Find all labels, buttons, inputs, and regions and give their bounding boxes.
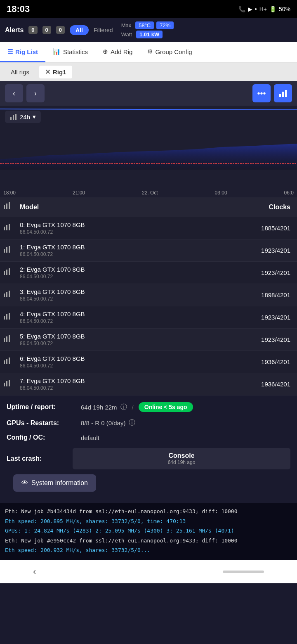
svg-rect-12 [6,225,7,230]
rig-list-icon: ☰ [7,48,13,55]
svg-rect-31 [9,358,10,364]
tab-group-config[interactable]: ⚙ Group Config [140,42,199,62]
status-bar: 18:03 📞 ▶ • H+ 🔋 50% [0,0,297,18]
gpu-model-0: 0: Evga GTX 1070 8GB 86.04.50.00.72 [20,221,200,235]
config-label: Config / OC: [7,434,81,441]
max-label: Max [121,22,132,28]
youtube-icon: ▶ [248,6,252,12]
chart-svg [0,106,297,172]
model-header: Model [20,204,200,211]
svg-rect-25 [9,313,10,320]
back-button[interactable]: ‹ [33,566,36,577]
svg-rect-14 [4,249,5,253]
table-row: 3: Evga GTX 1070 8GB 86.04.50.00.72 1898… [0,284,297,306]
system-info-button[interactable]: 👁 System information [13,474,96,492]
clocks-header: Clocks [200,204,294,211]
svg-rect-29 [4,360,5,364]
x-label-1: 21:00 [73,190,85,196]
svg-rect-28 [9,335,10,342]
all-filter-button[interactable]: All [70,25,89,35]
status-icons: 📞 ▶ • H+ 🔋 50% [238,6,290,12]
gpu-model-5: 5: Evga GTX 1070 8GB 86.04.50.00.72 [20,333,200,346]
log-line: Eth: New job #b434434d from ssl://eth-eu… [5,507,292,516]
alert-badge-1: 0 [28,26,37,34]
info-icon-restarts[interactable]: ⓘ [129,419,135,427]
statistics-label: Statistics [63,48,88,55]
alerts-label: Alerts [5,26,24,34]
gpu-model-6: 6: Evga GTX 1070 8GB 86.04.50.00.72 [20,355,200,369]
x-label-4: 06:0 [284,190,294,196]
tab-rig-list[interactable]: ☰ Rig List [0,42,45,62]
home-indicator [223,571,264,573]
svg-rect-16 [9,246,10,253]
gpu-chart-icon-4[interactable] [3,312,20,323]
filtered-button[interactable]: Filtered [94,27,113,33]
table-row: 4: Evga GTX 1070 8GB 86.04.50.00.72 1923… [0,306,297,329]
gpu-chart-icon-5[interactable] [3,334,20,345]
gpu-chart-icon-3[interactable] [3,289,20,301]
prev-button[interactable]: ‹ [5,84,23,102]
console-button[interactable]: Console 64d 19h ago [73,448,290,469]
gpu-restarts-row: GPUs - Restarts: 8/8 - R 0 (0/day) ⓘ [7,419,290,427]
tab-statistics[interactable]: 📊 Statistics [45,42,95,62]
svg-rect-15 [6,247,7,253]
svg-rect-0 [279,94,281,97]
gpu-clocks-6: 1936/4201 [200,358,294,365]
svg-rect-17 [4,271,5,275]
alert-badge-3: 0 [56,26,65,34]
svg-rect-11 [4,227,5,230]
gpu-model-7: 7: Evga GTX 1070 8GB 86.04.50.00.72 [20,377,200,391]
add-rig-icon: ⊕ [103,48,108,55]
svg-rect-13 [9,224,10,230]
svg-rect-26 [4,338,5,342]
gpu-clocks-3: 1898/4201 [200,291,294,298]
rig1-close-icon[interactable]: ✕ [45,68,50,76]
watt-label: Watt [121,31,132,38]
more-options-button[interactable]: ••• [252,84,271,102]
dot-icon: • [255,6,257,12]
group-config-label: Group Config [155,48,192,55]
alert-badge-2: 0 [42,26,51,34]
max-watt-section: Max 58°C 72% Watt 1.01 kW [121,21,174,38]
log-line: Eth: New job #e950cc42 from ssl://eth-eu… [5,537,292,545]
table-row: 5: Evga GTX 1070 8GB 86.04.50.00.72 1923… [0,329,297,351]
log-area: Eth: New job #b434434d from ssl://eth-eu… [0,503,297,560]
header-icon [3,201,20,213]
all-rigs-tab[interactable]: All rigs [5,66,35,78]
svg-rect-30 [6,359,7,364]
next-button[interactable]: › [26,84,45,102]
temp-badge: 58°C [135,21,154,29]
gpu-clocks-5: 1923/4201 [200,336,294,343]
gpu-clocks-4: 1923/4201 [200,314,294,321]
chart-icon [278,89,288,98]
chart-time-selector[interactable]: 24h ▾ [5,111,41,123]
rig1-tab[interactable]: ✕ Rig1 [39,66,72,78]
gpu-chart-icon-0[interactable] [3,223,20,234]
x-label-3: 03:00 [215,190,227,196]
console-sub: 64d 19h ago [168,459,196,465]
rig1-tab-label: Rig1 [53,69,66,76]
svg-rect-9 [6,204,7,209]
tab-add-rig[interactable]: ⊕ Add Rig [95,42,140,62]
gpu-chart-icon-6[interactable] [3,356,20,367]
bar-chart-icon [10,113,17,121]
chart-view-button[interactable] [274,84,292,102]
gpu-chart-icon-2[interactable] [3,267,20,278]
svg-rect-22 [9,291,10,297]
dropdown-icon: ▾ [33,113,36,121]
svg-rect-32 [4,383,5,386]
svg-rect-2 [285,90,287,97]
table-row: 2: Evga GTX 1070 8GB 86.04.50.00.72 1923… [0,262,297,284]
gpu-table: Model Clocks 0: Evga GTX 1070 8GB 86.04.… [0,197,297,395]
gpu-clocks-2: 1923/4201 [200,269,294,276]
gpu-chart-icon-1[interactable] [3,245,20,256]
gpu-chart-icon-7[interactable] [3,379,20,390]
svg-rect-23 [4,316,5,320]
sys-info-label: System information [31,479,88,487]
gpu-restarts-value: 8/8 - R 0 (0/day) ⓘ [81,419,135,427]
info-section: Uptime / report: 64d 19h 22m ⓘ / Online … [0,395,297,441]
info-icon-uptime[interactable]: ⓘ [120,403,127,412]
gpu-restarts-text: 8/8 - R 0 (0/day) [81,419,125,426]
svg-rect-33 [6,381,7,386]
x-label-0: 18:00 [3,190,16,196]
